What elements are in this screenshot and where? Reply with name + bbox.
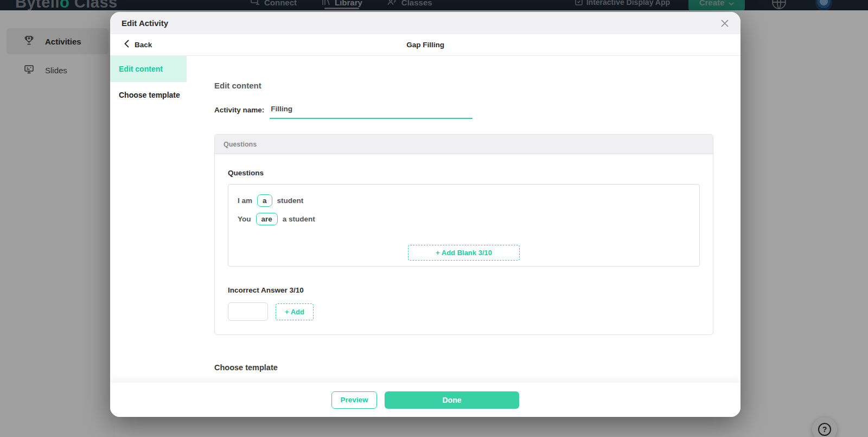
- preview-button[interactable]: Preview: [331, 391, 377, 409]
- incorrect-answer-label: Incorrect Answer 3/10: [228, 286, 700, 294]
- activity-name-row: Activity name:: [214, 105, 713, 119]
- close-icon[interactable]: [720, 19, 729, 28]
- modal-tabs: Edit content Choose template: [110, 56, 187, 383]
- chevron-left-icon: [124, 40, 129, 50]
- question-row: You are a student: [238, 210, 690, 228]
- tab-edit-content[interactable]: Edit content: [110, 56, 187, 82]
- questions-panel-header: Questions: [215, 135, 713, 154]
- incorrect-answer-row: + Add: [228, 302, 700, 321]
- question-row: I am a student: [238, 191, 690, 210]
- activity-name-label: Activity name:: [214, 106, 264, 119]
- questions-panel: Questions Questions I am a student You: [214, 134, 713, 335]
- question-text-pre: You: [238, 215, 251, 223]
- back-label: Back: [135, 41, 152, 49]
- tab-choose-template[interactable]: Choose template: [110, 82, 187, 108]
- modal-title: Edit Activity: [122, 18, 168, 28]
- question-text-post: a student: [283, 215, 315, 223]
- gap-blank[interactable]: are: [256, 213, 278, 225]
- question-text-post: student: [277, 197, 304, 205]
- modal-content: Edit content Activity name: Questions Qu…: [187, 56, 741, 383]
- activity-name-input[interactable]: [270, 105, 473, 119]
- questions-box: I am a student You are a student + Add B…: [228, 184, 700, 267]
- add-blank-button[interactable]: + Add Blank 3/10: [408, 245, 520, 261]
- modal-subheader: Back Gap Filling: [110, 34, 741, 56]
- back-button[interactable]: Back: [124, 40, 152, 50]
- questions-list-label: Questions: [228, 169, 700, 177]
- gap-blank[interactable]: a: [257, 194, 272, 207]
- edit-activity-modal: Edit Activity Back Gap Filling Edit cont…: [110, 12, 741, 417]
- modal-subtitle: Gap Filling: [406, 41, 444, 49]
- done-button[interactable]: Done: [385, 391, 519, 409]
- modal-header: Edit Activity: [110, 12, 741, 34]
- app-root: Bytello Class Connect Library Classes: [0, 0, 868, 437]
- question-text-pre: I am: [238, 197, 252, 205]
- choose-template-title: Choose template: [214, 363, 713, 372]
- incorrect-answer-input[interactable]: [228, 302, 268, 321]
- section-title: Edit content: [214, 81, 713, 90]
- add-incorrect-answer-button[interactable]: + Add: [276, 303, 314, 320]
- questions-panel-body: Questions I am a student You are a stude…: [215, 154, 713, 334]
- modal-footer: Preview Done: [110, 383, 741, 417]
- modal-body: Edit content Choose template Edit conten…: [110, 56, 741, 383]
